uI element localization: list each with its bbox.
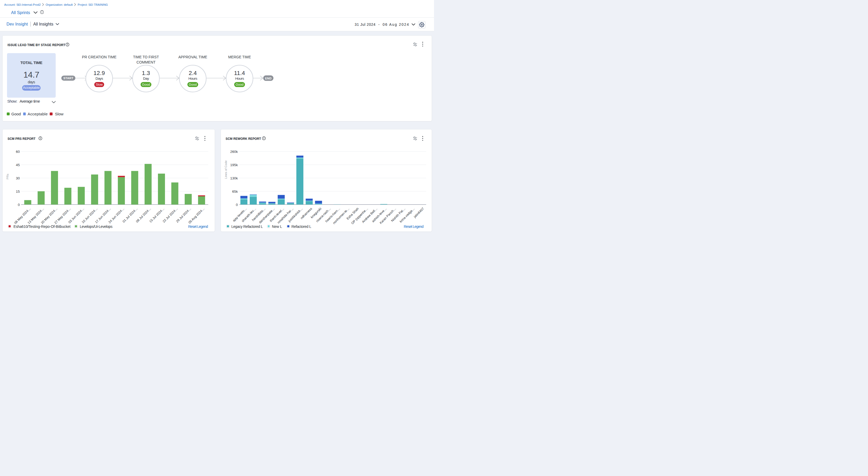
- svg-text:START: START: [63, 77, 73, 80]
- svg-text:PR CREATION TIME: PR CREATION TIME: [82, 55, 117, 59]
- svg-text:MERGE TIME: MERGE TIME: [228, 55, 251, 59]
- svg-text:Slow: Slow: [96, 83, 103, 86]
- svg-text:Good: Good: [236, 83, 244, 86]
- svg-text:PRs: PRs: [6, 173, 9, 179]
- svg-text:15: 15: [16, 189, 20, 193]
- svg-text:Good: Good: [189, 83, 197, 86]
- svg-text:130k: 130k: [230, 176, 238, 180]
- svg-text:195k: 195k: [230, 163, 238, 167]
- svg-text:Day: Day: [143, 77, 149, 81]
- svg-text:TIME TO FIRST: TIME TO FIRST: [133, 55, 159, 59]
- svg-text:nmahida-har…: nmahida-har…: [277, 207, 294, 224]
- svg-text:Hours: Hours: [235, 77, 244, 81]
- svg-text:1.3: 1.3: [142, 70, 150, 76]
- svg-text:APPROVAL TIME: APPROVAL TIME: [178, 55, 207, 59]
- svg-text:2.4: 2.4: [189, 70, 197, 76]
- svg-text:60: 60: [16, 149, 20, 153]
- svg-text:30: 30: [16, 176, 20, 180]
- svg-text:COMMENT: COMMENT: [136, 60, 156, 64]
- svg-text:260k: 260k: [230, 149, 238, 153]
- svg-text:0: 0: [236, 203, 238, 207]
- svg-text:Days: Days: [95, 77, 103, 81]
- svg-text:Karan Panch…: Karan Panch…: [379, 207, 397, 225]
- svg-text:nonhuman-le…: nonhuman-le…: [332, 207, 350, 225]
- svg-text:0: 0: [18, 203, 20, 207]
- svg-text:Lines of Code: Lines of Code: [224, 160, 227, 179]
- svg-text:12.9: 12.9: [93, 70, 105, 76]
- svg-text:45: 45: [16, 163, 20, 167]
- svg-text:END: END: [265, 77, 272, 80]
- svg-text:65k: 65k: [232, 189, 238, 193]
- svg-text:Hours: Hours: [188, 77, 197, 81]
- svg-text:Good: Good: [142, 83, 150, 86]
- svg-text:11.4: 11.4: [234, 70, 245, 76]
